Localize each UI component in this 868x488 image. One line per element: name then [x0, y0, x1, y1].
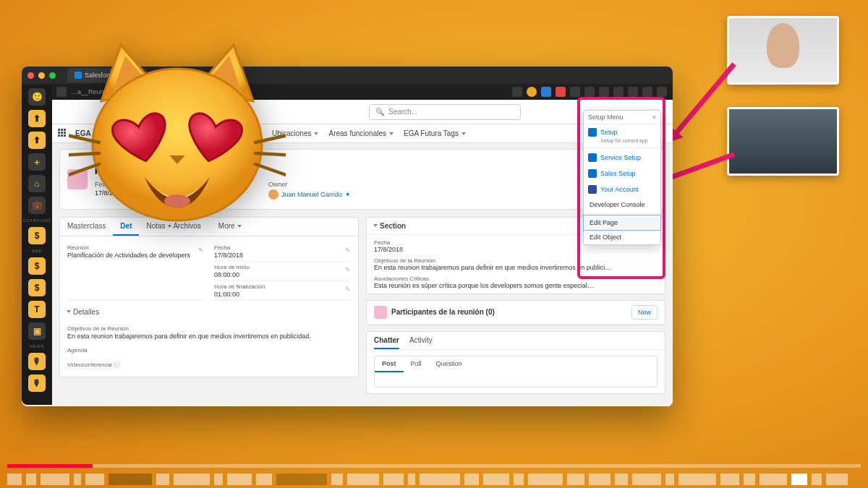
sidebar-icon[interactable]: ⬆: [28, 132, 46, 149]
nav-item[interactable]: Documentos: [150, 129, 206, 137]
nav-item[interactable]: Areas funcionales: [324, 129, 398, 137]
edit-field-icon[interactable]: [198, 247, 204, 254]
extension-icon[interactable]: [584, 87, 595, 97]
setup-menu-popover: Setup Menu× Setup Setup for current app …: [583, 110, 661, 245]
menu-item-sales-setup[interactable]: Sales Setup: [584, 166, 660, 181]
video-progress-played: [7, 464, 93, 468]
sidebar-icon[interactable]: ⌂: [28, 175, 46, 192]
extension-icon[interactable]: [541, 87, 551, 97]
search-icon: 🔍: [375, 108, 384, 116]
tab-detail[interactable]: Det: [113, 218, 139, 236]
chatter-panel: Chatter Activity Post Poll Question: [366, 331, 665, 394]
sidebar-briefcase-icon[interactable]: 💼: [28, 197, 46, 214]
edit-field-icon[interactable]: [345, 247, 351, 254]
sidebar-avatar-icon[interactable]: 🙂: [28, 88, 46, 106]
owner-link[interactable]: Juan Manuel Garrido: [281, 191, 342, 198]
search-placeholder: Search...: [388, 108, 417, 116]
favicon-icon: [75, 72, 82, 79]
sidebar-icon[interactable]: T: [28, 301, 46, 318]
tab-activity[interactable]: Activity: [409, 336, 433, 349]
tab-title: Salesforce Video…: [85, 72, 140, 79]
extension-icon[interactable]: [570, 87, 580, 97]
edit-field-icon[interactable]: [345, 286, 351, 293]
extension-sidebar: 🙂 ⬆ ⬆ ＋ ⌂ 💼 OUTBOUND $ WEB $ $ T ▣ NEWS …: [22, 85, 52, 405]
extension-icon[interactable]: [599, 87, 609, 97]
field-label: Owner: [268, 181, 351, 188]
menu-item-your-account[interactable]: Your Account: [584, 181, 660, 197]
field-label: Objetivos de la Reunión: [374, 257, 658, 264]
change-owner-icon[interactable]: ✦: [345, 191, 351, 198]
sidebar-mic-icon[interactable]: 🎙: [28, 374, 46, 392]
menu-item-service-setup[interactable]: Service Setup: [584, 150, 660, 166]
nav-item[interactable]: Inspecciones: [208, 129, 266, 137]
address-bar[interactable]: …a__Reunion__c/a0dfJ000000Ra8LQAS/view: [71, 88, 508, 95]
profile-icon[interactable]: [657, 87, 667, 97]
nav-item[interactable]: EGA Futura Tags: [399, 129, 470, 137]
extension-icon[interactable]: [527, 87, 537, 97]
video-timeline-thumbnails: [7, 471, 861, 488]
menu-item-edit-page[interactable]: Edit Page: [584, 215, 660, 230]
record-header: Reunión Pl Fecha 17/8/2018 Owner Juan Ma…: [59, 149, 665, 210]
menu-item-subtitle: Setup for current app: [584, 138, 660, 146]
annotation-arrow: [665, 62, 736, 146]
gear-icon: [588, 128, 597, 137]
field-value: 08:00:00: [214, 271, 351, 278]
sidebar-icon[interactable]: $: [28, 257, 46, 275]
extension-icon[interactable]: [556, 87, 566, 97]
reload-icon[interactable]: [56, 87, 67, 97]
record-title: Pl: [95, 166, 351, 176]
menu-item-edit-object[interactable]: Edit Object: [584, 230, 660, 244]
tab-masterclass[interactable]: Masterclass: [60, 218, 113, 236]
edit-field-icon[interactable]: [345, 266, 351, 273]
nav-item[interactable]: Reuniones: [98, 129, 149, 137]
global-search[interactable]: 🔍 Search...: [369, 104, 521, 120]
sidebar-icon[interactable]: ⬆: [28, 110, 46, 127]
extension-icon[interactable]: [512, 87, 522, 97]
field-value: En esta reunion trabajaremos para defini…: [374, 264, 658, 271]
section-detalles[interactable]: Detalles: [67, 304, 351, 320]
sidebar-icon[interactable]: ＋: [28, 153, 46, 171]
field-label: Hora de inicio: [214, 264, 351, 270]
menu-item-developer-console[interactable]: Developer Console: [584, 197, 660, 212]
composer-tab-poll[interactable]: Poll: [404, 356, 429, 372]
new-button[interactable]: New: [631, 305, 658, 320]
window-close-icon[interactable]: [27, 72, 34, 79]
close-icon[interactable]: ×: [652, 114, 656, 121]
field-label: Fecha: [95, 181, 124, 188]
sidebar-icon[interactable]: ▣: [28, 322, 46, 340]
account-icon: [588, 185, 597, 194]
related-list-title[interactable]: Participantes de la reunión (0): [391, 308, 495, 316]
avatar: [268, 189, 278, 200]
tab-notas[interactable]: Notas + Archivos: [139, 218, 208, 236]
window-maximize-icon[interactable]: [49, 72, 56, 79]
app-launcher-icon[interactable]: [58, 129, 68, 139]
sidebar-mic-icon[interactable]: 🎙: [28, 353, 46, 370]
window-minimize-icon[interactable]: [38, 72, 45, 79]
composer-tab-post[interactable]: Post: [375, 356, 404, 372]
extension-icon[interactable]: [613, 87, 624, 97]
sidebar-section-label: NEWS: [30, 344, 44, 348]
sidebar-icon[interactable]: $: [28, 227, 46, 244]
field-label: Agenda: [67, 347, 351, 354]
video-progress-bar[interactable]: [7, 464, 861, 468]
field-value: 17/8/2018: [214, 252, 351, 259]
browser-tab[interactable]: Salesforce Video…: [67, 68, 148, 82]
browser-titlebar: Salesforce Video…: [22, 67, 673, 84]
sidebar-icon[interactable]: $: [28, 279, 46, 296]
sidebar-section-label: OUTBOUND: [23, 218, 51, 223]
gear-icon: [588, 169, 597, 178]
download-icon[interactable]: [628, 87, 638, 97]
info-icon[interactable]: [114, 361, 119, 368]
tab-chatter[interactable]: Chatter: [374, 336, 399, 349]
field-label: Reunión: [67, 244, 204, 251]
chatter-composer: Post Poll Question: [374, 356, 658, 388]
app-name: EGA: [75, 129, 91, 137]
field-value: 17/8/2018: [95, 189, 124, 197]
tab-more[interactable]: More: [211, 218, 249, 236]
nav-item[interactable]: Ubicaciones: [268, 129, 323, 137]
extension-icon[interactable]: [642, 87, 652, 97]
field-value: Planificación de Actividades de develope…: [67, 252, 204, 259]
composer-tab-question[interactable]: Question: [429, 356, 469, 372]
field-value: 01:00:00: [214, 291, 351, 298]
browser-toolbar: …a__Reunion__c/a0dfJ000000Ra8LQAS/view: [22, 84, 673, 100]
